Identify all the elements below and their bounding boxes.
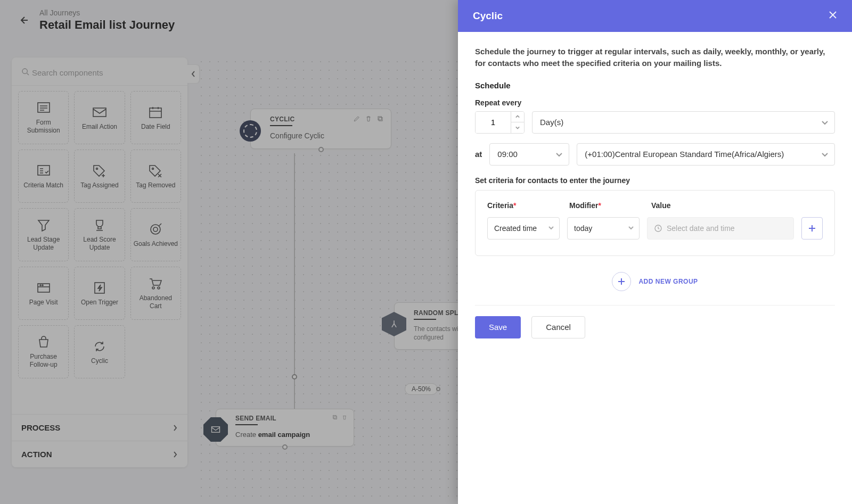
- chevron-up-icon: [515, 115, 520, 118]
- criteria-group: Criteria* Modifier* Value Created time t…: [475, 190, 835, 256]
- close-icon: [829, 11, 837, 19]
- col-modifier: Modifier*: [569, 201, 642, 210]
- col-value: Value: [651, 201, 671, 210]
- repeat-number-input[interactable]: [475, 111, 525, 134]
- timezone-select[interactable]: (+01:00)Central European Standard Time(A…: [577, 143, 835, 166]
- close-button[interactable]: [829, 11, 837, 21]
- plus-icon: [618, 278, 625, 285]
- cancel-button[interactable]: Cancel: [531, 316, 585, 338]
- repeat-number-field[interactable]: [476, 112, 511, 133]
- chevron-down-icon: [822, 120, 828, 126]
- chevron-down-icon: [822, 152, 828, 158]
- criteria-header: Set criteria for contacts to enter the j…: [475, 176, 835, 185]
- chevron-down-icon: [556, 152, 562, 158]
- at-label: at: [475, 150, 482, 159]
- add-group-button[interactable]: ADD NEW GROUP: [475, 272, 835, 291]
- repeat-label: Repeat every: [475, 98, 835, 107]
- plus-icon: [808, 225, 816, 232]
- save-button[interactable]: Save: [475, 316, 521, 338]
- chevron-down-icon: [628, 226, 634, 230]
- increment-button[interactable]: [511, 112, 524, 122]
- clock-icon: [654, 224, 662, 233]
- add-criteria-button[interactable]: [801, 217, 823, 239]
- repeat-unit-select[interactable]: Day(s): [532, 111, 835, 134]
- chevron-down-icon: [548, 226, 554, 230]
- chevron-down-icon: [515, 126, 520, 129]
- col-criteria: Criteria*: [487, 201, 560, 210]
- value-date-input[interactable]: Select date and time: [647, 217, 794, 239]
- modifier-select[interactable]: today: [567, 217, 640, 239]
- drawer-title: Cyclic: [473, 10, 503, 22]
- cyclic-config-drawer: Cyclic Schedule the journey to trigger a…: [458, 0, 852, 504]
- criteria-select[interactable]: Created time: [487, 217, 560, 239]
- section-schedule: Schedule: [475, 81, 835, 90]
- drawer-intro: Schedule the journey to trigger at regul…: [475, 46, 835, 69]
- time-select[interactable]: 09:00: [489, 143, 569, 166]
- decrement-button[interactable]: [511, 122, 524, 133]
